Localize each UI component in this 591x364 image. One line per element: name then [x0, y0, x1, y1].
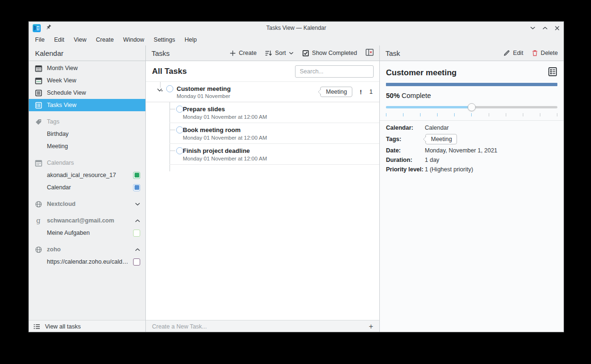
- view-all-tasks-icon: [33, 323, 41, 330]
- priority-number: 1: [369, 89, 373, 95]
- sidebar: Month View Week View Schedule View Tasks…: [29, 61, 146, 332]
- task-complete-circle[interactable]: [166, 85, 173, 92]
- task-date: Monday 01 November at 12:00 AM: [183, 156, 379, 161]
- sidebar-title: Kalendar: [35, 49, 63, 57]
- task-title: Book meeting room: [183, 126, 379, 135]
- sidebar-item-tasks-view[interactable]: Tasks View: [29, 99, 145, 111]
- calendar-checkbox-zoho[interactable]: [133, 258, 140, 266]
- maximize-button[interactable]: [542, 26, 548, 30]
- percent-value: 50%: [386, 92, 400, 99]
- calendar-item-meine-aufgaben[interactable]: Meine Aufgaben: [29, 227, 145, 239]
- search-input[interactable]: [295, 65, 374, 78]
- progress-slider-fill: [386, 106, 472, 108]
- calendar-item-akonadi[interactable]: akonadi_ical_resource_17: [29, 169, 145, 181]
- sidebar-item-schedule-view[interactable]: Schedule View: [29, 87, 145, 99]
- new-task-bar[interactable]: Create a New Task... +: [146, 320, 379, 332]
- slider-ticks: [386, 113, 557, 116]
- menu-edit[interactable]: Edit: [50, 35, 69, 44]
- progress-slider[interactable]: [386, 104, 557, 111]
- delete-button[interactable]: Delete: [532, 50, 558, 56]
- google-icon: g: [35, 217, 42, 224]
- field-label-duration: Duration:: [386, 157, 425, 163]
- calendar-item-zoho-caldav[interactable]: https://calendar.zoho.eu/caldav/b...: [29, 256, 145, 268]
- minimize-button[interactable]: [530, 26, 536, 30]
- progress-slider-handle[interactable]: [468, 103, 476, 111]
- pin-icon[interactable]: [45, 24, 52, 32]
- menu-file[interactable]: File: [31, 35, 49, 44]
- priority-mark: !: [360, 89, 362, 96]
- account-nextcloud[interactable]: Nextcloud: [29, 198, 145, 210]
- field-value-calendar: Calendar: [425, 124, 557, 131]
- calendar-color-bar: [386, 83, 557, 86]
- task-title: Customer meeting: [177, 85, 231, 94]
- task-row-prepare-slides[interactable]: Prepare slides Monday 01 November at 12:…: [146, 102, 379, 123]
- task-complete-circle[interactable]: [176, 126, 183, 133]
- menu-view[interactable]: View: [70, 35, 91, 44]
- new-task-placeholder[interactable]: Create a New Task...: [152, 323, 369, 330]
- chevron-down-icon: [289, 52, 294, 55]
- detail-tag-chip[interactable]: Meeting: [425, 134, 457, 144]
- field-label-date: Date:: [386, 147, 425, 154]
- sidebar-header: Kalendar: [29, 45, 146, 61]
- journal-icon: [547, 67, 557, 78]
- sort-button[interactable]: Sort: [265, 50, 294, 56]
- calendar-checkbox-calendar[interactable]: [133, 184, 140, 191]
- calendar-item-calendar[interactable]: Calendar: [29, 181, 145, 194]
- tasks-view-icon: [35, 101, 42, 109]
- menubar: File Edit View Create Window Settings He…: [29, 34, 564, 45]
- sidebar-item-week-view[interactable]: Week View: [29, 74, 145, 87]
- calendars-section-header[interactable]: Calendars: [29, 157, 145, 169]
- menu-create[interactable]: Create: [92, 35, 118, 44]
- tags-section-header[interactable]: Tags: [29, 115, 145, 128]
- field-label-tags: Tags:: [386, 136, 425, 142]
- tasks-title: Tasks: [152, 49, 170, 57]
- task-tag-chip[interactable]: Meeting: [320, 87, 352, 97]
- week-view-icon: [35, 77, 42, 84]
- field-label-calendar: Calendar:: [386, 124, 425, 131]
- toggle-details-panel-icon[interactable]: [366, 49, 374, 57]
- task-row-customer-meeting[interactable]: Customer meeting Monday 01 November Meet…: [146, 82, 379, 102]
- calendar-checkbox-akonadi[interactable]: [133, 172, 140, 179]
- task-detail-title: Task: [385, 49, 400, 57]
- tag-item-birthday[interactable]: Birthday: [29, 128, 145, 140]
- close-button[interactable]: [555, 26, 560, 31]
- chevron-up-icon: [135, 219, 140, 222]
- task-row-finish-project-deadline[interactable]: Finish project deadline Monday 01 Novemb…: [146, 144, 379, 165]
- task-detail-panel: Customer meeting 50% Complete: [380, 61, 564, 332]
- field-value-date: Monday, November 1, 2021: [425, 147, 557, 154]
- menu-window[interactable]: Window: [119, 35, 148, 44]
- task-title: Prepare slides: [183, 105, 379, 114]
- field-value-duration: 1 day: [425, 157, 557, 163]
- all-tasks-heading: All Tasks: [152, 67, 187, 76]
- sidebar-item-month-view[interactable]: Month View: [29, 62, 145, 74]
- calendar-checkbox-meine-aufgaben[interactable]: [133, 230, 140, 237]
- tasks-header: Tasks Create Sort Show Completed: [146, 45, 380, 61]
- expand-arrow-icon[interactable]: [157, 88, 163, 92]
- view-all-tasks-button[interactable]: View all tasks: [29, 320, 145, 332]
- task-complete-circle[interactable]: [176, 147, 183, 154]
- globe-icon: [35, 246, 42, 253]
- tag-icon: [35, 118, 42, 125]
- field-value-priority: 1 (Highest priority): [425, 166, 557, 173]
- month-view-icon: [35, 64, 42, 72]
- add-task-icon[interactable]: +: [369, 322, 373, 331]
- task-row-book-meeting-room[interactable]: Book meeting room Monday 01 November at …: [146, 123, 379, 144]
- create-button[interactable]: Create: [230, 50, 257, 56]
- account-gmail[interactable]: g schwancarl@gmail.com: [29, 214, 145, 227]
- tasks-panel: All Tasks Customer meeting Monday 01 Nov…: [146, 61, 380, 332]
- tag-item-meeting[interactable]: Meeting: [29, 140, 145, 152]
- app-window: Tasks View — Kalendar File Edit View Cre…: [28, 21, 564, 332]
- task-date: Monday 01 November: [177, 93, 231, 99]
- account-zoho[interactable]: zoho: [29, 243, 145, 256]
- task-complete-circle[interactable]: [176, 106, 183, 113]
- show-completed-button[interactable]: Show Completed: [302, 50, 357, 57]
- calendars-icon: [35, 159, 42, 167]
- edit-button[interactable]: Edit: [503, 50, 523, 56]
- titlebar: Tasks View — Kalendar: [29, 22, 564, 34]
- kalendar-app-icon: [33, 24, 41, 32]
- task-date: Monday 01 November at 12:00 AM: [183, 135, 379, 141]
- chevron-up-icon: [135, 248, 140, 251]
- menu-help[interactable]: Help: [180, 35, 201, 44]
- task-title: Finish project deadline: [183, 147, 379, 156]
- menu-settings[interactable]: Settings: [150, 35, 179, 44]
